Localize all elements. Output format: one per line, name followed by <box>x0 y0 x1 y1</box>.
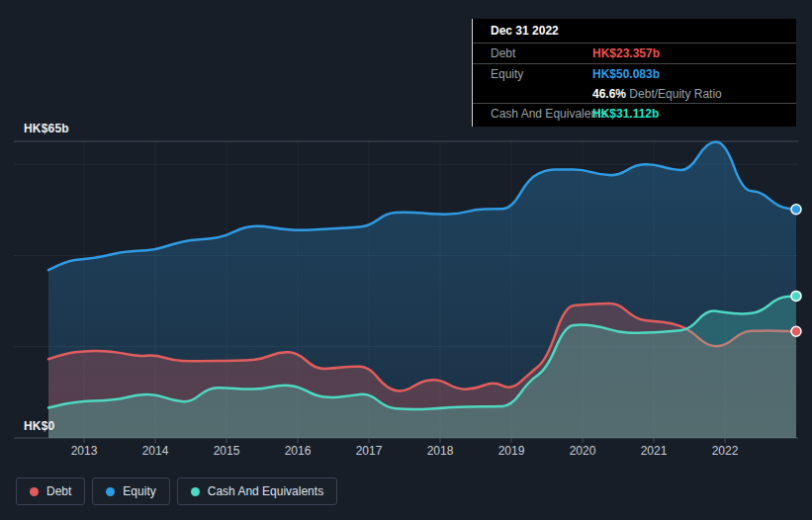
x-axis-label: 2020 <box>570 444 596 458</box>
x-axis-label: 2018 <box>427 444 454 458</box>
tooltip-row-ratio: 46.6% Debt/Equity Ratio <box>473 84 796 103</box>
x-axis-label: 2016 <box>285 444 312 458</box>
x-axis-label: 2015 <box>214 444 240 458</box>
legend-label-equity: Equity <box>123 484 155 498</box>
x-axis-label: 2019 <box>498 444 525 458</box>
tooltip-row-cash: Cash And Equivalents HK$31.112b <box>473 103 796 127</box>
tooltip-date: Dec 31 2022 <box>473 19 796 43</box>
legend-label-cash: Cash And Equivalents <box>208 484 323 498</box>
cash-end-marker <box>791 291 801 301</box>
tooltip-ratio: 46.6% Debt/Equity Ratio <box>592 87 722 101</box>
tooltip-ratio-suffix: Debt/Equity Ratio <box>626 87 722 101</box>
debt-end-marker <box>791 326 801 336</box>
tooltip-row-equity: Equity HK$50.083b <box>473 63 796 84</box>
equity-dot-icon <box>106 487 115 496</box>
cash-dot-icon <box>191 487 200 496</box>
debt-equity-chart-panel: HK$65b HK$0 2013201420152016201720182019… <box>0 0 812 520</box>
tooltip-cash-value: HK$31.112b <box>592 107 659 121</box>
tooltip-debt-value: HK$23.357b <box>592 46 660 60</box>
tooltip-cash-label: Cash And Equivalents <box>491 107 606 121</box>
legend-label-debt: Debt <box>46 484 71 498</box>
tooltip-row-debt: Debt HK$23.357b <box>473 43 796 63</box>
tooltip-debt-label: Debt <box>491 46 515 60</box>
debt-dot-icon <box>30 487 39 496</box>
y-axis-max-label: HK$65b <box>24 122 69 135</box>
x-axis-label: 2021 <box>641 444 668 458</box>
equity-end-marker <box>791 205 801 215</box>
x-axis-label: 2017 <box>356 444 383 458</box>
tooltip-equity-value: HK$50.083b <box>592 67 660 81</box>
legend: Debt Equity Cash And Equivalents <box>16 477 337 505</box>
chart-tooltip: Dec 31 2022 Debt HK$23.357b Equity HK$50… <box>472 19 796 127</box>
tooltip-equity-label: Equity <box>491 67 523 81</box>
legend-item-equity[interactable]: Equity <box>92 477 169 505</box>
x-axis-label: 2014 <box>142 444 169 458</box>
legend-item-debt[interactable]: Debt <box>16 477 85 505</box>
tooltip-ratio-percent: 46.6% <box>592 87 626 101</box>
x-axis-label: 2022 <box>712 444 739 458</box>
legend-item-cash[interactable]: Cash And Equivalents <box>177 477 337 505</box>
x-axis-label: 2013 <box>71 444 98 458</box>
y-axis-min-label: HK$0 <box>24 419 54 433</box>
